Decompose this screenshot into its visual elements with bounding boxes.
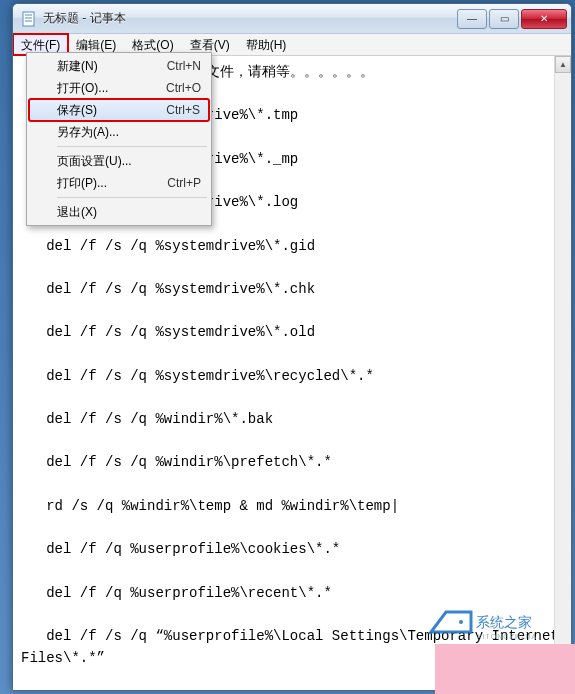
pink-overlay — [435, 644, 575, 694]
menu-item-shortcut: Ctrl+N — [167, 59, 201, 73]
menu-item-label: 保存(S) — [57, 102, 97, 119]
menu-separator — [57, 197, 207, 198]
watermark-logo: 系统之家 XITONGZHIJIA — [421, 592, 541, 642]
minimize-button[interactable]: — — [457, 9, 487, 29]
svg-rect-0 — [23, 12, 34, 26]
menu-open[interactable]: 打开(O)... Ctrl+O — [29, 77, 209, 99]
menu-page-setup[interactable]: 页面设置(U)... — [29, 150, 209, 172]
svg-text:系统之家: 系统之家 — [476, 615, 532, 630]
menu-print[interactable]: 打印(P)... Ctrl+P — [29, 172, 209, 194]
menu-item-shortcut: Ctrl+O — [166, 81, 201, 95]
window-title: 无标题 - 记事本 — [43, 10, 455, 27]
svg-text:XITONGZHIJIA: XITONGZHIJIA — [477, 633, 537, 640]
svg-point-4 — [459, 620, 463, 624]
vertical-scrollbar[interactable]: ▲ ▼ — [554, 56, 571, 690]
menu-save-as[interactable]: 另存为(A)... — [29, 121, 209, 143]
menu-new[interactable]: 新建(N) Ctrl+N — [29, 55, 209, 77]
menu-help[interactable]: 帮助(H) — [238, 34, 295, 55]
menu-item-label: 打印(P)... — [57, 175, 107, 192]
menu-item-label: 页面设置(U)... — [57, 153, 132, 170]
menu-item-label: 另存为(A)... — [57, 124, 119, 141]
titlebar[interactable]: 无标题 - 记事本 — ▭ ✕ — [13, 4, 571, 34]
scroll-track[interactable] — [555, 73, 571, 673]
close-button[interactable]: ✕ — [521, 9, 567, 29]
menu-item-label: 打开(O)... — [57, 80, 108, 97]
menu-item-shortcut: Ctrl+P — [167, 176, 201, 190]
menu-item-label: 新建(N) — [57, 58, 98, 75]
maximize-button[interactable]: ▭ — [489, 9, 519, 29]
file-dropdown-menu: 新建(N) Ctrl+N 打开(O)... Ctrl+O 保存(S) Ctrl+… — [26, 52, 212, 226]
menu-save[interactable]: 保存(S) Ctrl+S — [29, 99, 209, 121]
menu-exit[interactable]: 退出(X) — [29, 201, 209, 223]
notepad-icon — [21, 11, 37, 27]
menu-item-label: 退出(X) — [57, 204, 97, 221]
scroll-up-button[interactable]: ▲ — [555, 56, 571, 73]
menu-separator — [57, 146, 207, 147]
menu-item-shortcut: Ctrl+S — [166, 103, 200, 117]
